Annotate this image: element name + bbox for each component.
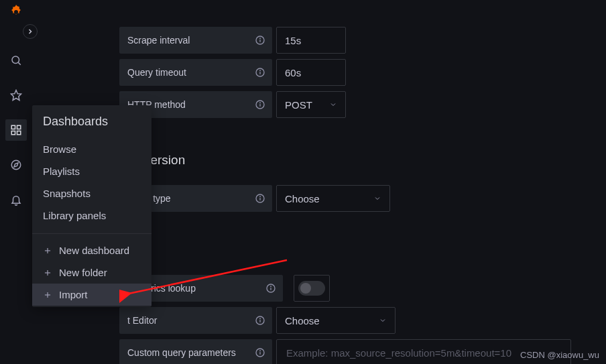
chevron-down-icon — [379, 316, 387, 324]
label-query-timeout: Query timeout — [119, 59, 272, 86]
label-text: t Editor — [127, 315, 157, 326]
star-icon[interactable] — [5, 84, 27, 106]
row-query-timeout: Query timeout 60s — [119, 59, 606, 86]
label-editor: t Editor — [119, 307, 272, 334]
svg-point-0 — [14, 10, 18, 14]
section-title-version: and version — [119, 153, 606, 168]
select-prometheus-type[interactable]: Choose — [276, 185, 390, 212]
row-scrape-interval: Scrape interval 15s — [119, 27, 606, 54]
menu-label: New dashboard — [59, 245, 129, 256]
svg-point-1 — [12, 56, 19, 64]
plus-icon — [43, 290, 52, 300]
flyout-header[interactable]: Dashboards — [32, 105, 152, 138]
svg-point-8 — [11, 160, 21, 170]
toggle-container — [294, 275, 330, 302]
menu-label: New folder — [59, 267, 107, 278]
svg-point-12 — [260, 38, 261, 39]
dashboards-icon[interactable] — [5, 119, 27, 141]
menu-label: Browse — [43, 143, 76, 155]
menu-new-folder[interactable]: New folder — [32, 261, 152, 284]
row-editor: t Editor Choose — [119, 307, 606, 334]
select-value: Choose — [285, 193, 320, 204]
grafana-logo[interactable] — [7, 4, 25, 23]
select-http-method[interactable]: POST — [276, 91, 346, 118]
svg-rect-6 — [11, 131, 15, 135]
menu-new-dashboard[interactable]: New dashboard — [32, 239, 152, 261]
info-icon[interactable] — [255, 347, 265, 358]
label-custom-query: Custom query parameters — [119, 339, 272, 364]
label-text: Query timeout — [127, 67, 186, 78]
menu-label: Library panels — [43, 210, 106, 221]
alert-icon[interactable] — [5, 189, 27, 210]
menu-library-panels[interactable]: Library panels — [32, 204, 152, 227]
svg-marker-9 — [14, 163, 18, 167]
info-icon[interactable] — [255, 315, 265, 326]
label-text: Scrape interval — [127, 35, 190, 46]
toggle-metrics-lookup[interactable] — [298, 281, 325, 296]
svg-rect-4 — [11, 125, 15, 129]
chevron-down-icon — [329, 101, 337, 109]
svg-point-27 — [260, 318, 261, 319]
svg-point-21 — [260, 196, 261, 197]
select-value: POST — [285, 99, 312, 111]
info-icon[interactable] — [255, 35, 265, 46]
explore-icon[interactable] — [5, 154, 27, 176]
svg-rect-7 — [17, 131, 21, 135]
menu-label: Playlists — [43, 166, 80, 177]
svg-line-2 — [18, 62, 20, 64]
dashboards-flyout: Dashboards Browse Playlists Snapshots Li… — [32, 105, 152, 307]
label-text: Custom query parameters — [127, 347, 236, 358]
menu-label: Import — [59, 289, 88, 300]
row-metrics-lookup: e metrics lookup — [119, 275, 606, 302]
svg-point-30 — [260, 351, 261, 351]
info-icon[interactable] — [255, 99, 265, 110]
watermark: CSDN @xiaowu_wu — [520, 350, 599, 360]
menu-label: Snapshots — [43, 188, 90, 199]
svg-point-18 — [260, 103, 261, 103]
menu-playlists[interactable]: Playlists — [32, 160, 152, 182]
plus-icon — [43, 246, 52, 255]
menu-snapshots[interactable]: Snapshots — [32, 182, 152, 204]
row-prometheus-type: theus type Choose — [119, 185, 606, 212]
select-editor[interactable]: Choose — [276, 307, 396, 334]
svg-rect-5 — [17, 125, 21, 129]
row-http-method: HTTP method POST — [119, 91, 606, 118]
info-icon[interactable] — [255, 67, 265, 78]
plus-icon — [43, 268, 52, 278]
input-scrape-interval[interactable]: 15s — [276, 27, 346, 54]
chevron-down-icon — [373, 194, 381, 202]
input-query-timeout[interactable]: 60s — [276, 59, 346, 86]
svg-marker-3 — [11, 90, 21, 101]
label-scrape-interval: Scrape interval — [119, 27, 272, 54]
menu-import[interactable]: Import — [32, 284, 152, 306]
nav-rail — [0, 0, 32, 364]
sidebar-collapse-button[interactable] — [23, 24, 38, 39]
info-icon[interactable] — [265, 283, 276, 294]
search-icon[interactable] — [5, 50, 27, 71]
svg-point-15 — [260, 70, 261, 71]
info-icon[interactable] — [255, 193, 265, 204]
menu-browse[interactable]: Browse — [32, 138, 152, 160]
select-value: Choose — [285, 315, 320, 326]
menu-divider — [32, 233, 152, 234]
svg-point-24 — [271, 286, 271, 287]
